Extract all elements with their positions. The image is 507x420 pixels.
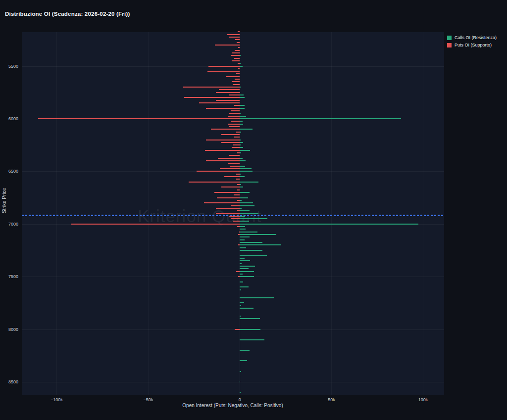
- put-bar[interactable]: [229, 37, 240, 38]
- call-bar[interactable]: [240, 142, 243, 143]
- call-bar[interactable]: [240, 360, 247, 361]
- call-bar[interactable]: [240, 108, 244, 109]
- put-bar[interactable]: [233, 221, 240, 222]
- put-bar[interactable]: [237, 42, 240, 43]
- call-bar[interactable]: [240, 234, 276, 235]
- call-bar[interactable]: [240, 63, 240, 64]
- put-bar[interactable]: [206, 140, 240, 140]
- call-bar[interactable]: [240, 221, 249, 222]
- call-bar[interactable]: [240, 305, 241, 306]
- put-bar[interactable]: [216, 208, 240, 209]
- call-bar[interactable]: [240, 247, 246, 248]
- call-bar[interactable]: [240, 258, 244, 259]
- call-bar[interactable]: [240, 255, 267, 256]
- put-bar[interactable]: [232, 52, 240, 53]
- put-bar[interactable]: [230, 166, 240, 167]
- put-bar[interactable]: [184, 97, 240, 98]
- call-bar[interactable]: [240, 289, 241, 290]
- call-bar[interactable]: [240, 176, 245, 177]
- put-bar[interactable]: [221, 142, 240, 143]
- put-bar[interactable]: [233, 144, 240, 145]
- call-bar[interactable]: [240, 236, 250, 237]
- call-bar[interactable]: [240, 224, 418, 225]
- call-bar[interactable]: [240, 121, 242, 122]
- put-bar[interactable]: [238, 31, 240, 32]
- call-bar[interactable]: [240, 140, 241, 140]
- call-bar[interactable]: [240, 171, 252, 172]
- put-bar[interactable]: [204, 202, 240, 203]
- put-bar[interactable]: [219, 89, 240, 90]
- call-bar[interactable]: [240, 274, 243, 275]
- put-bar[interactable]: [236, 132, 240, 133]
- call-bar[interactable]: [240, 268, 249, 269]
- put-bar[interactable]: [235, 329, 240, 330]
- call-bar[interactable]: [240, 118, 401, 119]
- call-bar[interactable]: [240, 52, 240, 53]
- call-bar[interactable]: [240, 147, 243, 148]
- call-bar[interactable]: [240, 152, 241, 153]
- put-bar[interactable]: [215, 45, 240, 46]
- call-bar[interactable]: [240, 371, 241, 372]
- call-bar[interactable]: [240, 286, 248, 287]
- put-bar[interactable]: [234, 105, 240, 106]
- call-bar[interactable]: [240, 213, 258, 214]
- put-bar[interactable]: [183, 87, 240, 88]
- put-bar[interactable]: [206, 108, 240, 109]
- put-bar[interactable]: [221, 187, 240, 187]
- put-bar[interactable]: [228, 163, 240, 164]
- call-bar[interactable]: [240, 316, 241, 317]
- call-bar[interactable]: [240, 66, 243, 67]
- call-bar[interactable]: [240, 276, 254, 277]
- put-bar[interactable]: [207, 71, 240, 72]
- call-bar[interactable]: [240, 242, 262, 243]
- put-bar[interactable]: [224, 176, 240, 177]
- put-bar[interactable]: [231, 218, 240, 219]
- call-bar[interactable]: [240, 260, 250, 261]
- legend-item-puts[interactable]: Puts OI (Supporto): [447, 43, 497, 47]
- call-bar[interactable]: [240, 144, 241, 145]
- put-bar[interactable]: [216, 100, 240, 101]
- put-bar[interactable]: [235, 50, 240, 51]
- call-bar[interactable]: [240, 124, 243, 125]
- put-bar[interactable]: [229, 94, 240, 95]
- put-bar[interactable]: [214, 192, 240, 193]
- call-bar[interactable]: [240, 97, 245, 98]
- call-bar[interactable]: [240, 271, 254, 272]
- call-bar[interactable]: [240, 210, 250, 211]
- call-bar[interactable]: [240, 116, 246, 117]
- call-bar[interactable]: [240, 263, 242, 264]
- put-bar[interactable]: [205, 150, 240, 151]
- put-bar[interactable]: [38, 118, 240, 119]
- put-bar[interactable]: [231, 55, 240, 56]
- call-bar[interactable]: [240, 297, 274, 298]
- call-bar[interactable]: [240, 166, 245, 167]
- call-bar[interactable]: [240, 197, 248, 198]
- put-bar[interactable]: [238, 47, 240, 48]
- call-bar[interactable]: [240, 392, 240, 393]
- put-bar[interactable]: [232, 147, 240, 148]
- put-bar[interactable]: [199, 102, 240, 103]
- put-bar[interactable]: [235, 39, 240, 40]
- put-bar[interactable]: [221, 134, 240, 135]
- put-bar[interactable]: [206, 160, 240, 161]
- call-bar[interactable]: [240, 158, 243, 159]
- put-bar[interactable]: [216, 213, 240, 214]
- put-bar[interactable]: [197, 171, 240, 172]
- legend-item-calls[interactable]: Calls OI (Resistenza): [447, 35, 497, 40]
- call-bar[interactable]: [240, 339, 264, 340]
- put-bar[interactable]: [217, 197, 240, 198]
- put-bar[interactable]: [236, 174, 240, 175]
- put-bar[interactable]: [234, 194, 240, 195]
- put-bar[interactable]: [208, 66, 240, 67]
- call-bar[interactable]: [240, 350, 250, 351]
- put-bar[interactable]: [189, 182, 240, 183]
- call-bar[interactable]: [240, 381, 240, 382]
- call-bar[interactable]: [240, 150, 250, 151]
- put-bar[interactable]: [236, 179, 240, 180]
- put-bar[interactable]: [236, 73, 240, 74]
- call-bar[interactable]: [240, 105, 244, 106]
- call-bar[interactable]: [240, 229, 246, 230]
- call-bar[interactable]: [240, 205, 254, 206]
- put-bar[interactable]: [231, 121, 240, 122]
- call-bar[interactable]: [240, 132, 241, 133]
